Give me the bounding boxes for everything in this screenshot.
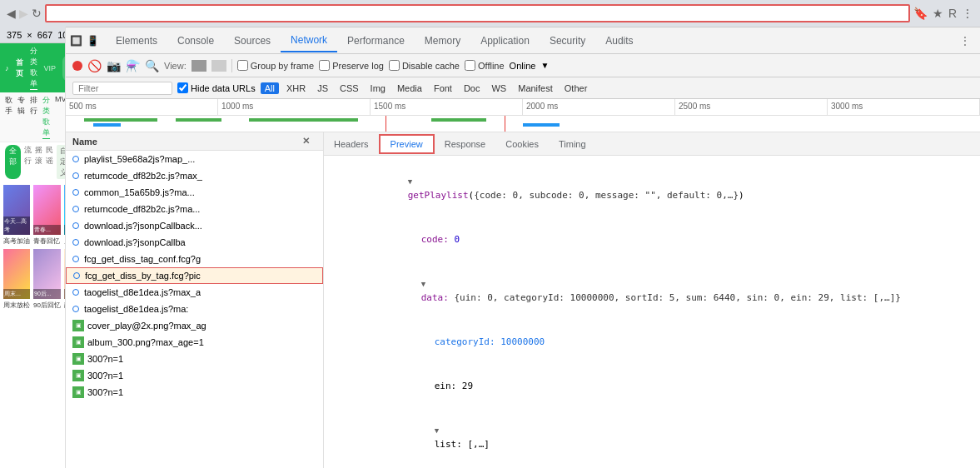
file-item-download2[interactable]: download.js?jsonpCallba <box>66 234 323 251</box>
type-img[interactable]: Img <box>366 82 390 94</box>
file-item-returncode1[interactable]: returncode_df82b2c.js?max_ <box>66 167 323 184</box>
file-item-taogelist2[interactable]: taogelist_d8e1dea.js?ma: <box>66 301 323 317</box>
close-file-list-button[interactable]: ✕ <box>302 136 310 147</box>
record-button[interactable] <box>72 61 82 71</box>
tab-cookies[interactable]: Cookies <box>495 136 549 152</box>
type-doc[interactable]: Doc <box>460 82 485 94</box>
card-1[interactable]: 今天...高考 高考加油 <box>3 185 30 246</box>
bookmark-icon[interactable]: 🔖 <box>913 7 928 20</box>
tab-timing[interactable]: Timing <box>549 136 596 152</box>
file-item-download1[interactable]: download.js?jsonpCallback... <box>66 217 323 234</box>
devtools-more-button[interactable]: ⋮ <box>953 32 977 50</box>
cat-pop[interactable]: 流行 <box>24 145 32 179</box>
card-7[interactable]: 静谧... 静谧深夜 <box>64 249 65 310</box>
subnav-album[interactable]: 专辑 <box>17 95 25 139</box>
search-button[interactable]: 🔍 <box>145 59 159 72</box>
card-6[interactable]: 90后... 90后回忆 <box>33 249 61 310</box>
offline-label[interactable]: Offline <box>465 60 505 71</box>
file-item-album[interactable]: ▣ album_300.png?max_age=1 <box>66 334 323 351</box>
card-5[interactable]: 周末... 周末放松 <box>3 249 30 310</box>
view-grid-button[interactable] <box>211 60 226 72</box>
type-ws[interactable]: WS <box>487 82 510 94</box>
type-all[interactable]: All <box>261 82 279 94</box>
filter-button[interactable]: ⚗️ <box>126 59 140 72</box>
reload-button[interactable]: ↻ <box>32 7 42 20</box>
card-2[interactable]: 青春... 青春回忆 <box>33 185 61 246</box>
file-icon-circle <box>72 189 79 196</box>
file-item-taogelist1[interactable]: taogelist_d8e1dea.js?max_a <box>66 284 323 301</box>
tab-response[interactable]: Response <box>435 136 496 152</box>
menu-icon[interactable]: ⋮ <box>962 7 973 20</box>
hide-data-urls-label[interactable]: Hide data URLs <box>177 82 256 93</box>
filter-input[interactable] <box>72 82 172 95</box>
tab-security[interactable]: Security <box>540 30 595 52</box>
offline-checkbox[interactable] <box>465 60 475 71</box>
tab-memory[interactable]: Memory <box>415 30 470 52</box>
type-manifest[interactable]: Manifest <box>514 82 557 94</box>
type-media[interactable]: Media <box>393 82 426 94</box>
type-xhr[interactable]: XHR <box>282 82 310 94</box>
file-item-fcg-tag[interactable]: fcg_get_diss_by_tag.fcg?pic <box>66 267 323 284</box>
camera-button[interactable]: 📷 <box>107 59 121 72</box>
online-dropdown[interactable]: Online <box>510 61 536 71</box>
tl-bar-1 <box>84 118 157 122</box>
tab-audits[interactable]: Audits <box>595 30 643 52</box>
file-name: playlist_59e68a2js?map_... <box>84 154 195 164</box>
file-item-300-2[interactable]: ▣ 300?n=1 <box>66 367 323 384</box>
tab-network[interactable]: Network <box>281 29 337 52</box>
tl-bar-2 <box>176 118 221 122</box>
address-input[interactable]: https://y.qq.com/portal/playlist.html <box>45 4 910 22</box>
type-other[interactable]: Other <box>560 82 592 94</box>
type-font[interactable]: Font <box>430 82 456 94</box>
tab-application[interactable]: Application <box>470 30 540 52</box>
tab-elements[interactable]: Elements <box>106 30 167 52</box>
preserve-log-label[interactable]: Preserve log <box>319 60 384 71</box>
tab-console[interactable]: Console <box>167 30 224 52</box>
type-js[interactable]: JS <box>313 82 332 94</box>
subnav-rank[interactable]: 排行 <box>30 95 37 139</box>
back-button[interactable]: ◀ <box>7 7 16 20</box>
devtools-inspect-icon[interactable]: 🔲 <box>69 34 82 47</box>
file-item-playlist[interactable]: playlist_59e68a2js?map_... <box>66 151 323 167</box>
file-item-fcg-conf[interactable]: fcg_get_diss_tag_conf.fcg?g <box>66 251 323 267</box>
tab-headers[interactable]: Headers <box>324 136 379 152</box>
subnav-playlist-active[interactable]: 分类歌单 <box>42 95 50 139</box>
card-3[interactable]: 兄弟... 兄弟情 <box>64 185 65 246</box>
tl-bar-5 <box>431 118 486 122</box>
disable-cache-label[interactable]: Disable cache <box>389 60 460 71</box>
expand-data[interactable] <box>421 276 430 291</box>
devtools-phone-icon[interactable]: 📱 <box>86 34 99 47</box>
site-logo: ♪ <box>5 64 9 72</box>
file-item-returncode2[interactable]: returncode_df82b2c.js?ma... <box>66 201 323 217</box>
tab-sources[interactable]: Sources <box>224 30 281 52</box>
tab-preview[interactable]: Preview <box>379 134 435 154</box>
throttle-dropdown[interactable]: ▼ <box>540 61 549 70</box>
file-item-300-1[interactable]: ▣ 300?n=1 <box>66 351 323 367</box>
expand-list[interactable] <box>435 423 443 438</box>
file-item-common[interactable]: common_15a65b9.js?ma... <box>66 184 323 201</box>
cat-folk[interactable]: 民谣 <box>46 145 53 179</box>
nav-vip[interactable]: VIP <box>44 64 57 72</box>
file-item-300-3[interactable]: ▣ 300?n=1 <box>66 384 323 401</box>
browser-window: ◀ ▶ ↻ https://y.qq.com/portal/playlist.h… <box>0 0 980 468</box>
preserve-log-checkbox[interactable] <box>319 60 330 71</box>
expand-root[interactable] <box>408 174 416 189</box>
clear-button[interactable]: 🚫 <box>87 59 102 72</box>
hide-data-urls-checkbox[interactable] <box>177 82 188 93</box>
group-by-frame-checkbox[interactable] <box>237 60 248 71</box>
file-item-cover[interactable]: ▣ cover_play@2x.png?max_ag <box>66 317 323 334</box>
nav-playlist[interactable]: 分类歌单 <box>30 46 37 90</box>
group-by-frame-label[interactable]: Group by frame <box>237 60 314 71</box>
star-icon[interactable]: ★ <box>933 7 943 20</box>
disable-cache-checkbox[interactable] <box>389 60 400 71</box>
cat-rock[interactable]: 摇滚 <box>35 145 42 179</box>
view-list-button[interactable] <box>192 60 206 72</box>
cat-all[interactable]: 全部 <box>5 145 21 179</box>
cat-edit[interactable]: 自定义 <box>57 145 65 179</box>
tab-performance[interactable]: Performance <box>337 30 415 52</box>
subnav-mv[interactable]: MV <box>55 95 65 139</box>
forward-button[interactable]: ▶ <box>19 7 28 20</box>
subnav-singer[interactable]: 歌手 <box>5 95 12 139</box>
type-css[interactable]: CSS <box>336 82 363 94</box>
nav-home[interactable]: 首页 <box>16 57 23 79</box>
